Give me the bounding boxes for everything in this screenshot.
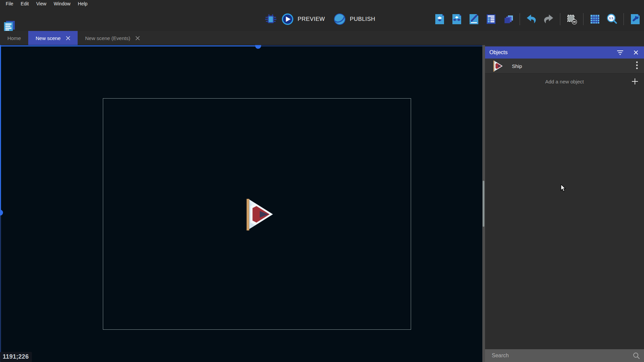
debug-icon[interactable] xyxy=(264,12,278,26)
instances-list-icon[interactable] xyxy=(484,12,498,26)
toolbar-separator xyxy=(583,13,583,25)
preview-button[interactable]: PREVIEW xyxy=(298,16,325,23)
tab-home[interactable]: Home xyxy=(0,31,28,45)
project-manager-icon[interactable] xyxy=(3,19,16,32)
filter-icon[interactable] xyxy=(615,49,625,57)
close-tab-icon[interactable] xyxy=(135,36,140,40)
objects-editor-icon[interactable] xyxy=(433,12,446,26)
ship-sprite-icon xyxy=(491,61,503,72)
toolbar-separator xyxy=(560,13,560,25)
close-panel-icon[interactable] xyxy=(632,49,640,56)
tab-label: New scene (Events) xyxy=(85,35,130,41)
gdevelop-window: File Edit View Window Help xyxy=(0,0,644,362)
object-options-icon[interactable] xyxy=(630,59,644,73)
horizontal-scrollbar-handle[interactable] xyxy=(255,45,261,49)
deselect-instances-icon[interactable] xyxy=(565,12,578,26)
tab-label: Home xyxy=(7,35,21,41)
horizontal-scrollbar-track[interactable] xyxy=(261,45,482,46)
properties-icon[interactable] xyxy=(467,12,481,26)
panel-splitter[interactable] xyxy=(482,45,485,362)
cursor-coordinates: 1191;226 xyxy=(0,352,32,362)
tab-label: New scene xyxy=(36,35,61,41)
menu-file[interactable]: File xyxy=(2,0,17,7)
tab-new-scene-events[interactable]: New scene (Events) xyxy=(78,31,147,45)
scene-editor-canvas[interactable]: 1191;226 xyxy=(0,45,482,362)
add-object-plus-icon[interactable] xyxy=(632,78,638,86)
vertical-scrollbar-handle[interactable] xyxy=(0,210,3,216)
close-tab-icon[interactable] xyxy=(66,36,70,40)
objects-search-bar xyxy=(485,349,644,362)
objects-panel: Objects xyxy=(485,45,644,362)
toggle-grid-icon[interactable] xyxy=(588,12,602,26)
tab-new-scene[interactable]: New scene xyxy=(28,31,78,45)
editor-settings-icon[interactable] xyxy=(629,12,642,26)
menu-view[interactable]: View xyxy=(33,0,50,7)
ship-instance[interactable] xyxy=(241,199,274,232)
add-object-row[interactable]: Add a new object xyxy=(485,74,644,89)
main-area: 1191;226 Objects xyxy=(0,45,644,362)
menu-window[interactable]: Window xyxy=(50,0,74,7)
toolbar: PREVIEW PUBLISH xyxy=(0,7,644,31)
menu-help[interactable]: Help xyxy=(74,0,91,7)
menu-edit[interactable]: Edit xyxy=(17,0,33,7)
objects-panel-title: Objects xyxy=(489,49,615,56)
object-row-ship[interactable]: Ship xyxy=(485,59,644,74)
undo-icon[interactable] xyxy=(525,12,538,26)
object-name: Ship xyxy=(512,63,630,69)
reset-zoom-icon[interactable]: 1:1 xyxy=(605,12,619,26)
objects-panel-header: Objects xyxy=(485,46,644,59)
horizontal-scrollbar-track[interactable] xyxy=(0,45,255,46)
tab-bar: Home New scene New scene (Events) xyxy=(0,31,644,45)
object-groups-icon[interactable] xyxy=(450,12,464,26)
toolbar-separator xyxy=(623,13,624,25)
layers-icon[interactable] xyxy=(501,12,515,26)
redo-icon[interactable] xyxy=(542,12,555,26)
preview-play-icon[interactable] xyxy=(281,12,294,26)
vertical-scrollbar-track[interactable] xyxy=(0,216,1,362)
menu-bar: File Edit View Window Help xyxy=(0,0,644,7)
publish-globe-icon[interactable] xyxy=(333,12,347,26)
search-input[interactable] xyxy=(485,349,644,362)
toolbar-separator xyxy=(520,13,520,25)
publish-button[interactable]: PUBLISH xyxy=(350,16,375,23)
splitter-scrollbar-thumb[interactable] xyxy=(483,181,484,227)
add-object-label: Add a new object xyxy=(485,74,644,89)
search-icon xyxy=(633,352,640,361)
reset-zoom-label: 1:1 xyxy=(609,16,613,20)
vertical-scrollbar-track[interactable] xyxy=(0,45,1,210)
